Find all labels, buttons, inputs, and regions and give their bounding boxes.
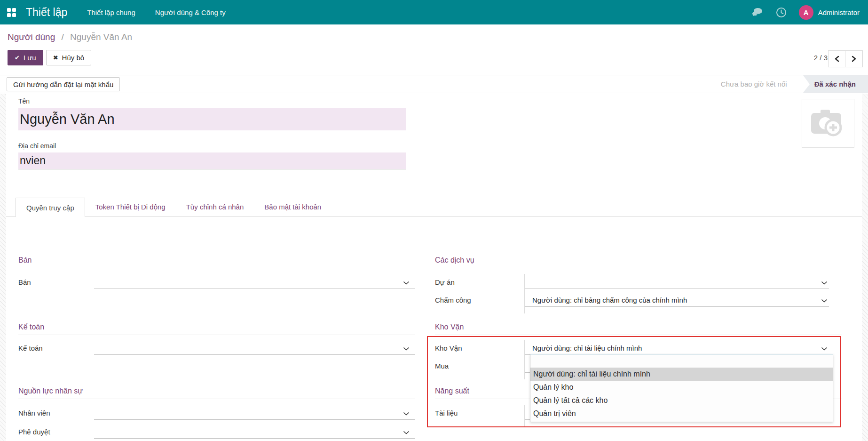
employee-select[interactable] [94, 405, 415, 420]
dropdown-option-administrator[interactable]: Quản trị viên [530, 407, 833, 420]
chevron-down-icon [403, 431, 410, 434]
field-label-purchase: Mua [435, 358, 525, 379]
cross-icon: ✖ [53, 54, 58, 61]
form-buttons: ✔ Lưu ✖ Hủy bỏ [8, 50, 91, 65]
state-never-connected[interactable]: Chưa bao giờ kết nối [721, 80, 803, 88]
chevron-down-icon [403, 412, 410, 416]
profile-photo-upload[interactable] [802, 99, 854, 148]
breadcrumb-current: Nguyễn Văn An [70, 32, 132, 42]
field-label-accounting: Kế toán [18, 340, 91, 361]
state-confirmed-badge[interactable]: Đã xác nhận [803, 75, 868, 93]
field-row-sales: Bán [18, 274, 415, 296]
check-icon: ✔ [15, 54, 20, 61]
section-hr-title: Nguồn lực nhân sự [18, 387, 415, 399]
section-services-title: Các dịch vụ [435, 256, 842, 268]
field-row-attendance: Chấm công Người dùng: chỉ bảng chấm công… [435, 292, 842, 313]
approval-select[interactable] [94, 424, 415, 439]
discard-button-label: Hủy bỏ [62, 54, 85, 62]
chevron-down-icon [403, 281, 410, 285]
section-accounting-title: Kế toán [18, 323, 415, 335]
messages-icon[interactable] [751, 8, 764, 17]
dropdown-option-all-warehouses[interactable]: Quản lý tất cả các kho [530, 394, 833, 407]
tab-personal-customization[interactable]: Tùy chỉnh cá nhân [176, 197, 254, 216]
notebook-tabs: Quyền truy cập Token Thiết bị Di động Tù… [6, 197, 862, 217]
section-sales-title: Bán [18, 256, 415, 268]
field-label-documents: Tài liệu [435, 405, 525, 426]
activities-clock-icon[interactable] [776, 7, 787, 18]
save-button[interactable]: ✔ Lưu [8, 50, 43, 65]
top-navbar: Thiết lập Thiết lập chung Người dùng & C… [0, 0, 868, 24]
navbar-right: A Administrator [751, 5, 868, 20]
statusbar-states: Chưa bao giờ kết nối Đã xác nhận [721, 75, 868, 93]
menu-users-companies[interactable]: Người dùng & Công ty [155, 8, 226, 16]
select-value: Người dùng: chỉ tài liệu chính mình [532, 344, 642, 352]
dropdown-option-blank[interactable] [530, 354, 833, 368]
pager-counter: 2 / 3 [814, 54, 828, 62]
chevron-down-icon [403, 347, 410, 351]
chevron-down-icon [821, 347, 828, 351]
project-select[interactable] [525, 274, 829, 289]
tab-access-rights[interactable]: Quyền truy cập [16, 198, 85, 217]
tab-mobile-device-token[interactable]: Token Thiết bị Di động [85, 197, 176, 216]
field-label-approval: Phê duyệt [18, 424, 91, 441]
attendance-select[interactable]: Người dùng: chỉ bảng chấm công của chính… [525, 292, 829, 307]
menu-general-settings[interactable]: Thiết lập chung [87, 8, 135, 16]
camera-add-icon [810, 109, 846, 138]
chevron-down-icon [821, 299, 828, 303]
field-row-approval: Phê duyệt [18, 424, 415, 441]
inventory-select[interactable]: Người dùng: chỉ tài liệu chính mình [525, 340, 829, 355]
pager-next-button[interactable] [845, 50, 863, 67]
odoo-settings-user-form: Thiết lập Thiết lập chung Người dùng & C… [0, 0, 868, 441]
sales-select[interactable] [94, 274, 415, 289]
tab-account-security[interactable]: Bảo mật tài khoản [254, 197, 331, 216]
field-row-accounting: Kế toán [18, 340, 415, 361]
send-password-reset-button[interactable]: Gửi hướng dẫn đặt lại mật khẩu [7, 77, 120, 91]
app-title[interactable]: Thiết lập [26, 6, 67, 19]
name-field-label: Tên [18, 97, 30, 105]
section-inventory-title: Kho Vận [435, 323, 842, 335]
save-button-label: Lưu [24, 54, 36, 62]
discard-button[interactable]: ✖ Hủy bỏ [46, 50, 91, 65]
breadcrumb: Người dùng / Nguyễn Văn An [8, 32, 132, 42]
pager [828, 50, 863, 67]
user-menu[interactable]: Administrator [818, 8, 860, 16]
inventory-select-dropdown: Người dùng: chỉ tài liệu chính mình Quản… [530, 354, 833, 422]
user-avatar[interactable]: A [799, 5, 813, 20]
dropdown-option-own-documents[interactable]: Người dùng: chỉ tài liệu chính mình [530, 368, 833, 381]
accounting-select[interactable] [94, 340, 415, 355]
field-label-sales: Bán [18, 274, 91, 296]
status-bar: Gửi hướng dẫn đặt lại mật khẩu Chưa bao … [0, 75, 868, 93]
pager-previous-button[interactable] [828, 50, 845, 67]
breadcrumb-separator: / [62, 32, 64, 42]
apps-grid-icon[interactable] [7, 8, 16, 17]
email-input[interactable]: nvien [18, 152, 406, 169]
control-panel: Người dùng / Nguyễn Văn An ✔ Lưu ✖ Hủy b… [0, 24, 868, 75]
breadcrumb-users-link[interactable]: Người dùng [8, 32, 55, 42]
select-value: Người dùng: chỉ bảng chấm công của chính… [532, 296, 687, 304]
email-field-label: Địa chỉ email [18, 142, 56, 150]
name-input[interactable]: Nguyễn Văn An [18, 108, 406, 130]
dropdown-option-warehouse-manager[interactable]: Quản lý kho [530, 381, 833, 394]
chevron-down-icon [821, 281, 828, 285]
field-label-attendance: Chấm công [435, 292, 525, 313]
